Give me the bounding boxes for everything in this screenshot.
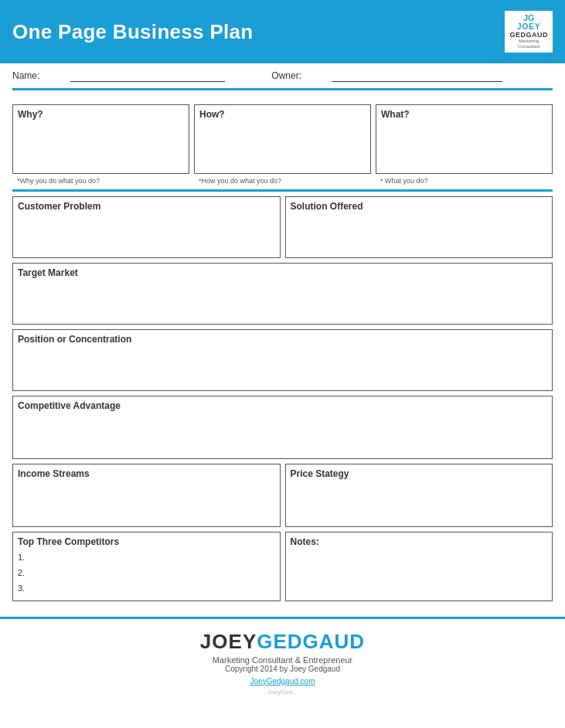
logo-box: JG JOEY GEDGAUD MarketingConsultant [505,11,553,53]
competitors-box: Top Three Competitors 1. 2. 3. [12,532,281,600]
competitive-advantage-label: Competitive Advantage [18,400,547,411]
logo-stacked: JG JOEY GEDGAUD MarketingConsultant [509,14,548,49]
why-sub-label: *Why you do what you do? [12,177,189,185]
how-label: How? [199,109,366,120]
position-content[interactable] [18,348,547,386]
name-field[interactable] [70,70,225,82]
why-box: Why? [12,104,189,174]
how-sub-label: *How you do what you do? [194,177,371,185]
price-strategy-label: Price Stategy [291,468,548,479]
income-streams-box: Income Streams [12,464,281,527]
footer: JOEYGEDGAUD Marketing Consultant & Entre… [0,617,565,703]
notes-content[interactable] [291,550,548,590]
position-box: Position or Concentration [12,329,553,391]
notes-box: Notes: [285,532,553,600]
footer-gedgaud: GEDGAUD [257,630,365,653]
solution-offered-box: Solution Offered [285,196,553,258]
competitors-label: Top Three Competitors [18,536,275,547]
customer-solution-row: Customer Problem Solution Offered [12,196,553,258]
customer-problem-box: Customer Problem [12,196,281,258]
name-owner-row: Name: Owner: [0,63,565,87]
price-strategy-box: Price Stategy [285,464,553,527]
solution-offered-content[interactable] [291,215,548,253]
what-box: What? [376,104,553,174]
footer-watermark: JoeyGed... [12,689,553,696]
competitor-3[interactable]: 3. [18,581,275,597]
footer-link[interactable]: JoeyGedgaud.com [250,677,315,685]
logo-sub: MarketingConsultant [518,39,540,49]
how-content[interactable] [199,123,366,165]
competitive-advantage-content[interactable] [18,414,547,454]
logo-gedgaud-small: GEDGAUD [509,31,548,39]
income-streams-label: Income Streams [18,468,275,479]
competitor-1[interactable]: 1. [18,550,275,566]
why-how-what-row: Why? How? What? [12,104,553,174]
owner-label: Owner: [271,70,301,81]
competitors-list: 1. 2. 3. [18,550,275,596]
page: One Page Business Plan JG JOEY GEDGAUD M… [0,0,565,728]
name-label: Name: [12,70,39,81]
what-label: What? [381,109,547,120]
what-content[interactable] [381,123,547,165]
sub-labels-row: *Why you do what you do? *How you do wha… [12,177,553,185]
solution-offered-label: Solution Offered [291,201,548,212]
customer-problem-content[interactable] [18,215,275,253]
why-content[interactable] [18,123,184,165]
why-label: Why? [18,109,184,120]
price-strategy-content[interactable] [291,482,548,522]
main-content: Why? How? What? *Why you do what you do?… [0,90,565,613]
how-box: How? [194,104,371,174]
target-market-label: Target Market [18,267,547,278]
footer-tagline: Marketing Consultant & Entrepreneur [12,655,553,665]
footer-copyright: Copyright 2014 by Joey Gedgaud [12,665,553,673]
what-sub-label: * What you do? [376,177,553,185]
divider-blue-2 [12,189,553,192]
target-market-box: Target Market [12,263,553,325]
footer-joey: JOEY [200,630,257,653]
header: One Page Business Plan JG JOEY GEDGAUD M… [0,0,565,63]
position-label: Position or Concentration [18,334,547,345]
income-price-row: Income Streams Price Stategy [12,464,553,527]
notes-label: Notes: [291,536,548,547]
competitive-advantage-box: Competitive Advantage [12,396,553,459]
owner-field[interactable] [332,70,502,82]
page-title: One Page Business Plan [12,20,254,44]
customer-problem-label: Customer Problem [18,201,275,212]
logo-joey: JOEY [517,22,541,31]
income-streams-content[interactable] [18,482,275,522]
competitors-notes-row: Top Three Competitors 1. 2. 3. Notes: [12,532,553,600]
target-market-content[interactable] [18,281,547,320]
footer-logo: JOEYGEDGAUD [12,630,553,654]
logo-initials: JG [523,14,535,22]
competitor-2[interactable]: 2. [18,566,275,581]
